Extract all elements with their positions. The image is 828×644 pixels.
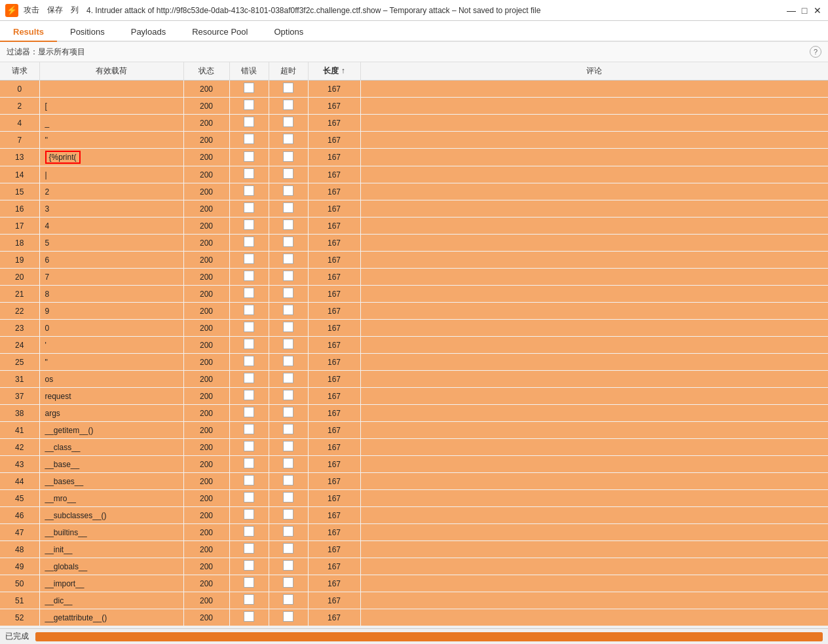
cell-length: 167 <box>308 149 360 166</box>
cell-length: 167 <box>308 371 360 388</box>
table-row[interactable]: 37request200167 <box>0 388 828 405</box>
cell-length: 167 <box>308 303 360 320</box>
maximize-button[interactable]: □ <box>799 5 810 16</box>
table-row[interactable]: 14|200167 <box>0 166 828 183</box>
col-request[interactable]: 请求 <box>0 62 39 81</box>
table-row[interactable]: 50__import__200167 <box>0 575 828 592</box>
cell-status: 200 <box>183 98 229 115</box>
cell-status: 200 <box>183 422 229 439</box>
menu-save[interactable]: 保存 <box>47 5 63 16</box>
cell-payload: args <box>39 405 183 422</box>
col-status[interactable]: 状态 <box>183 62 229 81</box>
cell-payload: __import__ <box>39 575 183 592</box>
window-controls[interactable]: — □ ✕ <box>786 5 823 16</box>
table-row[interactable]: 49__globals__200167 <box>0 558 828 575</box>
cell-request: 14 <box>0 166 39 183</box>
cell-length: 167 <box>308 490 360 507</box>
cell-error <box>229 456 269 473</box>
table-row[interactable]: 42__class__200167 <box>0 439 828 456</box>
table-row[interactable]: 207200167 <box>0 269 828 286</box>
table-row[interactable]: 44__bases__200167 <box>0 473 828 490</box>
table-row[interactable]: 196200167 <box>0 252 828 269</box>
table-row[interactable]: 229200167 <box>0 303 828 320</box>
tab-options[interactable]: Options <box>261 23 316 42</box>
table-row[interactable]: 43__base__200167 <box>0 456 828 473</box>
table-row[interactable]: 38args200167 <box>0 405 828 422</box>
menu-bar[interactable]: 攻击 保存 列 <box>24 5 79 16</box>
filter-help-button[interactable]: ? <box>810 46 821 58</box>
tab-payloads[interactable]: Payloads <box>118 23 179 42</box>
table-row[interactable]: 0200167 <box>0 81 828 98</box>
cell-error <box>229 490 269 507</box>
cell-payload: ' <box>39 337 183 354</box>
table-row[interactable]: 7''200167 <box>0 132 828 149</box>
tab-positions[interactable]: Positions <box>57 23 118 42</box>
table-row[interactable]: 25"200167 <box>0 354 828 371</box>
menu-list[interactable]: 列 <box>71 5 79 16</box>
table-row[interactable]: 52__getattribute__()200167 <box>0 609 828 626</box>
table-row[interactable]: 185200167 <box>0 235 828 252</box>
cell-comment <box>360 490 828 507</box>
menu-attack[interactable]: 攻击 <box>24 5 39 16</box>
table-row[interactable]: 24'200167 <box>0 337 828 354</box>
cell-status: 200 <box>183 252 229 269</box>
cell-request: 16 <box>0 200 39 218</box>
cell-timeout <box>269 183 308 200</box>
table-row[interactable]: 51__dic__200167 <box>0 592 828 609</box>
col-error[interactable]: 错误 <box>229 62 269 81</box>
cell-length: 167 <box>308 524 360 541</box>
cell-length: 167 <box>308 132 360 149</box>
table-row[interactable]: 163200167 <box>0 200 828 218</box>
col-length[interactable]: 长度 ↑ <box>308 62 360 81</box>
cell-length: 167 <box>308 320 360 337</box>
app-icon: ⚡ <box>5 4 18 17</box>
cell-payload: os <box>39 371 183 388</box>
cell-status: 200 <box>183 303 229 320</box>
table-row[interactable]: 230200167 <box>0 320 828 337</box>
cell-length: 167 <box>308 200 360 218</box>
cell-timeout <box>269 524 308 541</box>
table-row[interactable]: 47__builtins__200167 <box>0 524 828 541</box>
tab-results[interactable]: Results <box>0 23 57 42</box>
cell-payload: " <box>39 354 183 371</box>
table-row[interactable]: 41__getitem__()200167 <box>0 422 828 439</box>
cell-status: 200 <box>183 320 229 337</box>
cell-request: 18 <box>0 235 39 252</box>
cell-comment <box>360 371 828 388</box>
cell-length: 167 <box>308 507 360 524</box>
cell-length: 167 <box>308 575 360 592</box>
table-row[interactable]: 174200167 <box>0 218 828 235</box>
cell-status: 200 <box>183 371 229 388</box>
minimize-button[interactable]: — <box>786 5 797 16</box>
cell-status: 200 <box>183 507 229 524</box>
table-row[interactable]: 2[200167 <box>0 98 828 115</box>
table-row[interactable]: 152200167 <box>0 183 828 200</box>
table-row[interactable]: 48__init__200167 <box>0 541 828 558</box>
cell-comment <box>360 592 828 609</box>
cell-length: 167 <box>308 626 360 627</box>
col-comment[interactable]: 评论 <box>360 62 828 81</box>
cell-comment <box>360 303 828 320</box>
table-row[interactable]: 45__mro__200167 <box>0 490 828 507</box>
col-payload[interactable]: 有效载荷 <box>39 62 183 81</box>
cell-comment <box>360 388 828 405</box>
cell-timeout <box>269 371 308 388</box>
cell-length: 167 <box>308 388 360 405</box>
cell-timeout <box>269 81 308 98</box>
table-row[interactable]: 218200167 <box>0 286 828 303</box>
table-row[interactable]: 31os200167 <box>0 371 828 388</box>
cell-timeout <box>269 388 308 405</box>
table-row[interactable]: 4_200167 <box>0 115 828 132</box>
close-button[interactable]: ✕ <box>812 5 823 16</box>
cell-length: 167 <box>308 439 360 456</box>
cell-status: 200 <box>183 541 229 558</box>
table-row[interactable]: 46__subclasses__()200167 <box>0 507 828 524</box>
tab-resource-pool[interactable]: Resource Pool <box>179 23 261 42</box>
cell-error <box>229 337 269 354</box>
table-row[interactable]: 13{%print(200167 <box>0 149 828 166</box>
table-row[interactable]: 53__getitem__()200167 <box>0 626 828 627</box>
col-timeout[interactable]: 超时 <box>269 62 308 81</box>
cell-request: 52 <box>0 609 39 626</box>
cell-timeout <box>269 609 308 626</box>
cell-payload: 6 <box>39 252 183 269</box>
